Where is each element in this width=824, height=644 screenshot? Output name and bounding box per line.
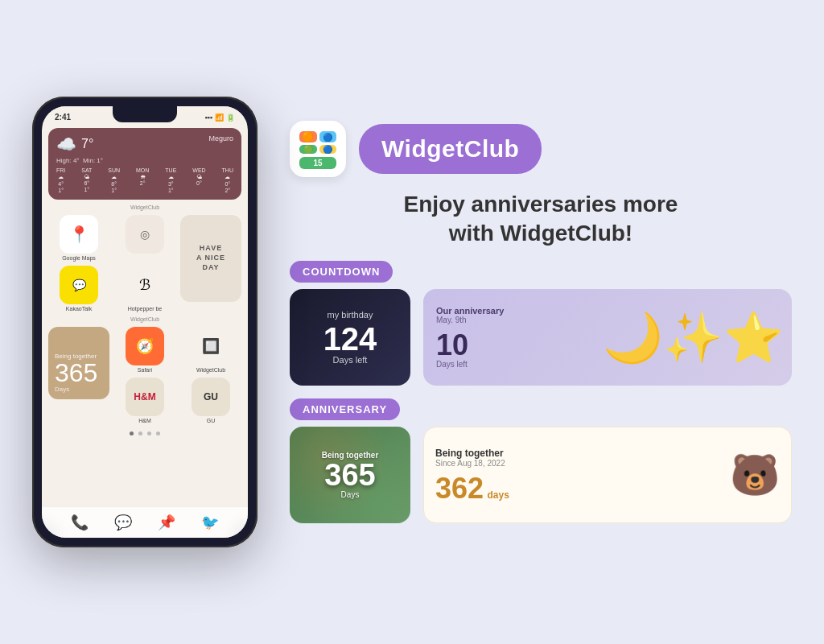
brand-name: WidgetClub <box>381 135 519 162</box>
phone-notch <box>113 106 177 122</box>
birthday-subtitle: Days left <box>333 355 368 365</box>
bear-visual-icon: 🐻 <box>730 452 780 498</box>
tagline-line2: with WidgetClub! <box>449 221 632 246</box>
phone-bottom-bar: 📞 💬 📌 🐦 <box>42 506 248 538</box>
app-grid: 📍 Google Maps ◎ HAVEA NICEDAY 💬 KakaoTal… <box>48 215 241 312</box>
hm-icon: H&M <box>126 378 164 416</box>
gu-label: GU <box>207 418 216 423</box>
weather-top: ☁️ 7° Meguro <box>56 134 233 154</box>
dot-3 <box>147 431 151 436</box>
moon-date: May. 9th <box>436 316 504 324</box>
app-kakao: 💬 KakaoTalk <box>48 266 109 312</box>
google-maps-label: Google Maps <box>62 255 96 261</box>
together365-number: 365 <box>324 460 375 490</box>
countdown-section: COUNTDOWN my birthday 124 Days left Our … <box>290 261 792 386</box>
weather-day-sun: SUN☁8°1° <box>108 167 120 193</box>
weather-day-sat: SAT🌤6°1° <box>81 167 92 193</box>
moon-visual-icon: 🌙✨⭐ <box>603 309 784 366</box>
hotpepper-icon: ℬ <box>126 266 164 304</box>
kakao-label: KakaoTalk <box>66 306 92 312</box>
birthday-number: 124 <box>323 323 377 355</box>
twitter-icon: 🐦 <box>201 514 219 531</box>
message-icon: 💬 <box>114 514 132 531</box>
wifi-icon: 📶 <box>215 114 224 122</box>
moon-subtitle: Days left <box>436 360 504 369</box>
page-dots <box>42 431 248 436</box>
phone-screen: 2:41 ▪▪▪ 📶 🔋 ☁️ 7° <box>42 106 248 538</box>
right-section: 🟠 🔵 🟢 🔵 15 WidgetClub Enjoy anniversarie… <box>290 121 792 524</box>
target-icon: ◎ <box>126 215 164 254</box>
countdown-cards-row: my birthday 124 Days left Our anniversar… <box>290 289 792 386</box>
logo-app-green: 🟢 <box>299 145 317 154</box>
together-text: Being together <box>55 353 97 360</box>
birthday-card: my birthday 124 Days left <box>290 289 410 386</box>
safari-icon: 🧭 <box>126 327 164 365</box>
header-row: 🟠 🔵 🟢 🔵 15 WidgetClub <box>290 121 792 177</box>
status-time: 2:41 <box>55 113 71 122</box>
weather-day-thu: THU☁0°2° <box>222 167 233 193</box>
kakao-icon: 💬 <box>60 266 98 304</box>
widgetclub2-icon: 🔲 <box>192 327 230 365</box>
nice-day-card: HAVEA NICEDAY <box>180 215 241 302</box>
pinterest-icon: 📌 <box>158 514 175 531</box>
gu-icon: GU <box>192 378 230 416</box>
dot-1 <box>130 431 134 436</box>
tagline: Enjoy anniversaries more with WidgetClub… <box>290 190 792 249</box>
app-google-maps: 📍 Google Maps <box>48 215 109 261</box>
weather-temp: 7° <box>81 137 93 151</box>
weather-day-fri: FRI☁4°1° <box>56 167 65 193</box>
together365-days: Days <box>341 490 360 499</box>
widgetclub-label-grid: WidgetClub <box>42 316 248 322</box>
anniversary-section: ANNIVERSARY Being together 365 Days Bein… <box>290 398 792 523</box>
app-hotpepper: ℬ Hotpepper be <box>114 266 175 312</box>
weather-detail: High: 4° Min: 1° <box>56 157 233 164</box>
moon-number: 10 <box>436 331 504 360</box>
together-days: Days <box>55 386 69 393</box>
signal-icon: ▪▪▪ <box>204 114 212 122</box>
widgetclub-label-weather: WidgetClub <box>42 204 248 210</box>
logo-app-blue: 🔵 <box>319 131 337 142</box>
bear-text: Being together Since Aug 18, 2022 362 da… <box>435 448 730 503</box>
tagline-line1: Enjoy anniversaries more <box>404 192 678 217</box>
birthday-title: my birthday <box>328 310 373 320</box>
bear-number-row: 362 days <box>435 474 730 503</box>
app-target: ◎ <box>114 215 175 261</box>
hotpepper-label: Hotpepper be <box>128 306 162 312</box>
weather-widget: ☁️ 7° Meguro High: 4° Min: 1° <box>48 128 241 200</box>
logo-inner: 🟠 🔵 🟢 🔵 15 <box>293 124 343 174</box>
status-icons: ▪▪▪ 📶 🔋 <box>204 114 235 122</box>
weather-day-wed: WED🌤0° <box>192 167 205 193</box>
weather-day-mon: MON🌧2° <box>136 167 149 193</box>
bear-number: 362 <box>435 472 484 505</box>
bear-card: Being together Since Aug 18, 2022 362 da… <box>423 427 792 523</box>
logo-15-badge: 15 <box>299 157 336 169</box>
bear-title: Being together <box>435 448 730 459</box>
dot-2 <box>138 431 142 436</box>
anniversary-cards-row: Being together 365 Days Being together S… <box>290 427 792 523</box>
widget-row: Being together 365 Days 🧭 Safari H&M H&M… <box>48 327 241 423</box>
weather-cloud-icon: ☁️ <box>56 134 76 154</box>
weather-left: ☁️ 7° <box>56 134 93 154</box>
moon-card: Our anniversary May. 9th 10 Days left 🌙✨… <box>423 289 792 386</box>
weather-days-row: FRI☁4°1° SAT🌤6°1° SUN☁8°1° MON🌧2° TUE☁3°… <box>56 167 233 193</box>
hm-label: H&M <box>138 418 151 423</box>
safari-label: Safari <box>138 367 152 373</box>
widgetclub2-label: WidgetClub <box>196 367 225 373</box>
google-maps-icon: 📍 <box>60 215 98 254</box>
bear-since: Since Aug 18, 2022 <box>435 459 730 468</box>
app-gu-line: 🔲 WidgetClub GU GU <box>180 327 241 423</box>
weather-location: Meguro <box>208 134 233 142</box>
logo-app-yellow: 🔵 <box>319 145 337 154</box>
together-num: 365 <box>55 360 97 386</box>
battery-icon: 🔋 <box>226 114 235 122</box>
brand-pill: WidgetClub <box>359 124 542 174</box>
countdown-label: COUNTDOWN <box>290 261 393 283</box>
phone-frame: 2:41 ▪▪▪ 📶 🔋 ☁️ 7° <box>32 97 258 547</box>
app-safari: 🧭 Safari H&M H&M <box>114 327 175 423</box>
app-logo: 🟠 🔵 🟢 🔵 15 <box>290 121 346 177</box>
phone-icon: 📞 <box>71 514 89 531</box>
together-widget: Being together 365 Days <box>48 327 109 399</box>
weather-day-tue: TUE☁3°1° <box>165 167 176 193</box>
logo-app-red: 🟠 <box>299 131 317 142</box>
together365-card: Being together 365 Days <box>290 427 410 523</box>
